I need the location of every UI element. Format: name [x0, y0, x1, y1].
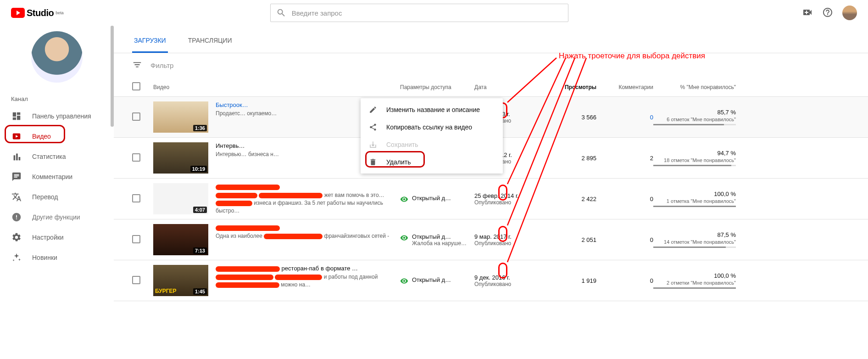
sidebar-item-comments[interactable]: Комментарии	[0, 167, 114, 187]
col-visibility: Параметры доступа	[400, 84, 474, 90]
row-checkbox[interactable]	[132, 194, 140, 202]
video-thumbnail[interactable]: 10:19	[153, 142, 208, 174]
video-icon	[11, 131, 22, 142]
video-cell: БУРГЕР1:45 ресторан-паб в формате … и ра…	[153, 265, 400, 296]
visibility-public-icon	[400, 195, 408, 203]
dashboard-icon	[11, 111, 22, 122]
video-thumbnail[interactable]: 1:36	[153, 101, 208, 133]
filter-placeholder[interactable]: Фильтр	[150, 62, 173, 69]
main-content: ЗАГРУЗКИ ТРАНСЛЯЦИИ Фильтр Видео Парамет…	[114, 26, 868, 359]
tab-uploads[interactable]: ЗАГРУЗКИ	[132, 29, 168, 53]
sidebar-item-label: Комментарии	[32, 173, 72, 180]
comments-cell[interactable]: 0	[596, 196, 653, 202]
views-cell: 3 566	[543, 114, 596, 121]
video-thumbnail[interactable]: 4:07	[153, 183, 208, 214]
video-thumbnail[interactable]: 7:13	[153, 224, 208, 255]
duration-badge: 4:07	[193, 207, 207, 213]
date-cell: 9 мар. 2017 г.Опубликовано	[474, 233, 543, 247]
duration-badge: 1:45	[193, 288, 207, 295]
youtube-play-icon	[11, 8, 25, 18]
table-row[interactable]: 7:13Одна из наиболее франчайзинговых сет…	[114, 219, 868, 260]
col-views[interactable]: Просмотры	[543, 84, 596, 90]
sidebar-item-dashboard[interactable]: Панель управления	[0, 106, 114, 126]
search-box[interactable]	[270, 4, 568, 22]
logo-text: Studio	[27, 8, 54, 18]
filter-icon[interactable]	[132, 60, 142, 71]
channel-label: Канал	[0, 92, 114, 106]
search-input[interactable]	[292, 9, 562, 17]
annotation-marker	[498, 185, 507, 201]
sidebar-item-label: Статистика	[32, 153, 66, 160]
sidebar-item-translations[interactable]: Перевод	[0, 187, 114, 207]
ctx-delete[interactable]: Удалить	[361, 153, 503, 171]
col-comments: Комментарии	[596, 84, 653, 90]
sidebar-item-analytics[interactable]: Статистика	[0, 146, 114, 167]
col-likes: % "Мне понравилось"	[653, 84, 736, 90]
header-actions	[802, 6, 857, 20]
ctx-edit[interactable]: Изменить название и описание	[361, 101, 503, 118]
create-video-icon[interactable]	[802, 7, 813, 19]
video-thumbnail[interactable]: БУРГЕР1:45	[153, 265, 208, 296]
video-description: Одна из наиболее франчайзинговых сетей -	[216, 232, 400, 240]
visibility-public-icon	[400, 277, 408, 285]
likes-cell: 87,5 %14 отметок "Мне понравилось"	[653, 231, 736, 248]
table-header: Видео Параметры доступа Дата Просмотры К…	[114, 78, 868, 97]
filter-row: Фильтр	[114, 53, 868, 78]
date-cell: 9 дек. 2016 г.Опубликовано	[474, 274, 543, 287]
table-row[interactable]: БУРГЕР1:45 ресторан-паб в формате … и ра…	[114, 260, 868, 301]
views-cell: 2 895	[543, 155, 596, 162]
row-checkbox[interactable]	[132, 235, 140, 243]
select-all-checkbox[interactable]	[132, 82, 140, 90]
views-cell: 1 919	[543, 277, 596, 284]
likes-cell: 85,7 %6 отметок "Мне понравилось"	[653, 109, 736, 125]
channel-avatar[interactable]	[31, 31, 83, 83]
sidebar-item-label: Другие функции	[32, 213, 80, 221]
comments-icon	[11, 171, 22, 182]
likes-cell: 94,7 %18 отметок "Мне понравилось"	[653, 150, 736, 166]
sidebar-item-other[interactable]: Другие функции	[0, 207, 114, 227]
annotation-marker	[498, 263, 507, 279]
sidebar-item-label: Видео	[32, 133, 51, 140]
sidebar-item-label: Панель управления	[32, 112, 91, 120]
visibility-cell[interactable]: Открытый д…Жалоба на наруше…	[400, 233, 474, 247]
new-icon	[11, 252, 22, 263]
comments-cell[interactable]: 0	[596, 114, 653, 121]
annotation-text: Нажать троеточие для выбора действия	[559, 51, 705, 61]
tabs: ЗАГРУЗКИ ТРАНСЛЯЦИИ	[114, 29, 868, 53]
sidebar-item-label: Новинки	[32, 254, 57, 261]
user-avatar[interactable]	[842, 6, 857, 20]
translate-icon	[11, 191, 22, 202]
likes-cell: 100,0 %2 отметки "Мне понравилось"	[653, 272, 736, 289]
scrollbar[interactable]	[111, 26, 114, 127]
comments-cell[interactable]: 0	[596, 277, 653, 284]
comments-cell[interactable]: 0	[596, 236, 653, 243]
views-cell: 2 422	[543, 196, 596, 202]
row-checkbox[interactable]	[132, 276, 140, 284]
sidebar-item-videos[interactable]: Видео	[0, 126, 114, 146]
sidebar-item-new[interactable]: Новинки	[0, 247, 114, 268]
help-icon[interactable]	[822, 7, 833, 19]
duration-badge: 7:13	[193, 247, 207, 254]
visibility-public-icon	[400, 234, 408, 242]
sidebar-item-label: Перевод	[32, 193, 58, 201]
col-date: Дата	[474, 84, 543, 90]
table-row[interactable]: 4:07 жет вам помочь в это… изнеса и фран…	[114, 179, 868, 219]
row-checkbox[interactable]	[132, 112, 140, 121]
share-icon	[369, 123, 378, 131]
video-description: и работы под данной можно на…	[216, 273, 400, 289]
comments-cell[interactable]: 2	[596, 155, 653, 162]
search-icon	[276, 8, 286, 18]
studio-logo[interactable]: Studio beta	[11, 8, 64, 18]
row-checkbox[interactable]	[132, 153, 140, 162]
tab-live[interactable]: ТРАНСЛЯЦИИ	[186, 29, 234, 53]
gear-icon	[11, 232, 22, 243]
likes-cell: 100,0 %1 отметка "Мне понравилось"	[653, 191, 736, 207]
visibility-cell[interactable]: Открытый д…	[400, 195, 474, 203]
video-description: жет вам помочь в это… изнеса и франшиз. …	[216, 191, 400, 214]
bar-chart-icon	[11, 151, 22, 162]
sidebar-item-settings[interactable]: Настройки	[0, 227, 114, 247]
ctx-copy-link[interactable]: Копировать ссылку на видео	[361, 118, 503, 136]
visibility-cell[interactable]: Открытый д…	[400, 276, 474, 285]
duration-badge: 10:19	[190, 166, 207, 172]
pencil-icon	[369, 106, 378, 114]
